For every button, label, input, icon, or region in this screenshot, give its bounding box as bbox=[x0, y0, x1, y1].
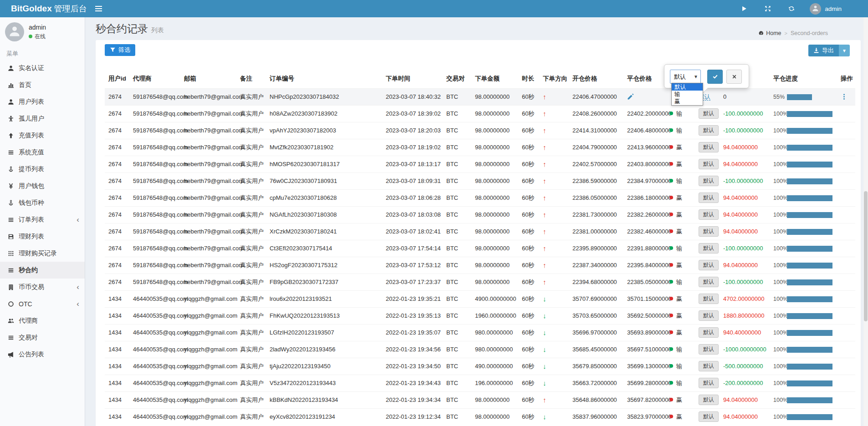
cell-control[interactable]: 默认 bbox=[695, 189, 720, 206]
cell-control[interactable]: 默认 bbox=[695, 122, 720, 139]
control-default-badge[interactable]: 默认 bbox=[699, 209, 719, 220]
sidebar-item-order-list[interactable]: 订单列表‹ bbox=[0, 211, 85, 228]
cell-control[interactable]: 默认 bbox=[695, 139, 720, 156]
cell-control[interactable]: 默认 bbox=[695, 156, 720, 172]
select-option-赢[interactable]: 赢 bbox=[672, 98, 703, 105]
row-actions-icon[interactable] bbox=[841, 93, 848, 101]
cell-actions bbox=[837, 290, 855, 307]
breadcrumb-home-link[interactable]: Home bbox=[758, 30, 781, 36]
sidebar-item-home[interactable]: 首页 bbox=[0, 76, 85, 93]
cell-close-price[interactable] bbox=[623, 88, 666, 105]
control-default-badge[interactable]: 默认 bbox=[699, 226, 719, 237]
cell-control[interactable]: 默认 bbox=[695, 172, 720, 189]
control-default-badge[interactable]: 默认 bbox=[699, 176, 719, 186]
cell-pair: BTC bbox=[443, 156, 471, 172]
brand-logo[interactable]: BitGoldex 管理后台 bbox=[0, 3, 87, 14]
control-default-badge[interactable]: 默认 bbox=[699, 294, 719, 304]
result-dot-icon bbox=[669, 415, 673, 418]
cell-direction: ↑ bbox=[539, 206, 569, 223]
result-dot-icon bbox=[669, 347, 673, 351]
control-default-badge[interactable]: 默认 bbox=[699, 344, 719, 355]
cell-order-no: Ct3EfI20230307175414 bbox=[266, 240, 382, 257]
sidebar-toggle-icon[interactable] bbox=[95, 0, 113, 17]
cell-duration: 60秒 bbox=[518, 274, 539, 290]
control-default-badge[interactable]: 默认 bbox=[699, 310, 719, 321]
control-default-badge[interactable]: 默认 bbox=[699, 243, 719, 254]
sidebar-item-user-list[interactable]: 用户列表 bbox=[0, 93, 85, 110]
cell-control[interactable]: 默认 bbox=[695, 206, 720, 223]
progress-percent: 100% bbox=[773, 313, 787, 319]
sidebar-item-trading-pairs[interactable]: 交易对 bbox=[0, 329, 85, 346]
control-default-badge[interactable]: 默认 bbox=[699, 277, 719, 287]
scrollbar-thumb[interactable] bbox=[864, 191, 868, 321]
table-row: 2674591876548@qq.comheberth79@gmail.com真… bbox=[105, 274, 855, 290]
refresh-icon[interactable] bbox=[780, 0, 803, 17]
control-default-badge[interactable]: 默认 bbox=[699, 159, 719, 169]
control-default-badge[interactable]: 默认 bbox=[699, 395, 719, 405]
progress-bar bbox=[787, 94, 832, 100]
sidebar-item-user-wallet[interactable]: 用户钱包 bbox=[0, 178, 85, 194]
sidebar-item-finance-purchases[interactable]: 理财购买记录 bbox=[0, 245, 85, 262]
sidebar-user-panel: admin 在线 bbox=[0, 17, 85, 46]
user-menu[interactable]: admin bbox=[810, 3, 842, 15]
control-default-badge[interactable]: 默认 bbox=[699, 193, 719, 203]
pnl-value: 94.04000000 bbox=[723, 413, 758, 420]
control-default-badge[interactable]: 默认 bbox=[699, 142, 719, 152]
control-default-badge[interactable]: 默认 bbox=[699, 260, 719, 270]
export-dropdown-button[interactable]: ▼ bbox=[839, 45, 850, 56]
direction-down-icon: ↓ bbox=[543, 345, 546, 353]
sidebar-item-second-contract[interactable]: 秒合约 bbox=[0, 262, 85, 279]
export-button[interactable]: 导出 bbox=[808, 45, 839, 56]
cell-control[interactable]: 默认 bbox=[695, 307, 720, 324]
sidebar-item-coin-trade[interactable]: 币币交易‹ bbox=[0, 279, 85, 295]
result-select[interactable]: 默认 ▼ bbox=[670, 70, 701, 84]
avatar bbox=[810, 3, 821, 15]
sidebar-item-announcements[interactable]: 公告列表 bbox=[0, 346, 85, 363]
cell-control[interactable]: 默认 bbox=[695, 105, 720, 122]
cell-control[interactable]: 默认 bbox=[695, 408, 720, 425]
play-icon[interactable] bbox=[732, 0, 756, 17]
sidebar-item-orphan-users[interactable]: 孤儿用户 bbox=[0, 110, 85, 127]
pnl-value: 94.04000000 bbox=[723, 194, 758, 201]
confirm-button[interactable] bbox=[707, 70, 723, 84]
cell-progress: 100% bbox=[770, 139, 837, 156]
edit-close-price-icon[interactable] bbox=[627, 93, 634, 101]
select-option-默认[interactable]: 默认 bbox=[672, 83, 703, 91]
cell-direction: ↑ bbox=[539, 223, 569, 240]
cell-control[interactable]: 默认 bbox=[695, 358, 720, 375]
sidebar-item-real-name-auth[interactable]: 实名认证 bbox=[0, 60, 85, 76]
cancel-button[interactable] bbox=[726, 70, 742, 84]
control-default-badge[interactable]: 默认 bbox=[699, 361, 719, 371]
control-default-badge[interactable]: 默认 bbox=[699, 411, 719, 422]
select-option-输[interactable]: 输 bbox=[672, 91, 703, 98]
sidebar-item-system-deposit[interactable]: 系统充值 bbox=[0, 144, 85, 161]
sidebar-item-deposit-list[interactable]: 充值列表 bbox=[0, 127, 85, 144]
sidebar-item-wallet-coins[interactable]: 钱包币种 bbox=[0, 194, 85, 211]
cell-control[interactable]: 默认 bbox=[695, 375, 720, 391]
cell-control[interactable]: 默认 bbox=[695, 324, 720, 341]
cell-control[interactable]: 默认 bbox=[695, 223, 720, 240]
cell-amount: 196.00000000 bbox=[471, 375, 518, 391]
control-default-badge[interactable]: 默认 bbox=[699, 327, 719, 338]
cell-pnl: 4702.00000000 bbox=[720, 290, 770, 307]
control-default-badge[interactable]: 默认 bbox=[699, 108, 719, 119]
cell-control[interactable]: 默认 bbox=[695, 341, 720, 358]
sidebar-item-agents[interactable]: 代理商 bbox=[0, 312, 85, 329]
cell-control[interactable]: 默认 bbox=[695, 391, 720, 408]
cell-control[interactable]: 默认 bbox=[695, 274, 720, 290]
progress-bar bbox=[787, 178, 832, 184]
cell-control[interactable]: 默认 bbox=[695, 240, 720, 257]
cell-pnl: -1000.00000000 bbox=[720, 341, 770, 358]
sidebar-item-withdraw-list[interactable]: 提币列表 bbox=[0, 161, 85, 178]
cell-control[interactable]: 默认 bbox=[695, 290, 720, 307]
sidebar-item-finance-list[interactable]: 理财列表 bbox=[0, 228, 85, 245]
cell-control[interactable]: 默认 bbox=[695, 257, 720, 274]
control-default-badge[interactable]: 默认 bbox=[699, 125, 719, 136]
cell-pair: BTC bbox=[443, 358, 471, 375]
filter-button[interactable]: 筛选 bbox=[105, 44, 135, 56]
sidebar-item-otc[interactable]: OTC‹ bbox=[0, 295, 85, 312]
cell-order-time: 2023-03-07 17:53:12 bbox=[382, 257, 443, 274]
control-default-badge[interactable]: 默认 bbox=[699, 378, 719, 388]
brand-suffix: 管理后台 bbox=[54, 4, 87, 13]
fullscreen-icon[interactable] bbox=[756, 0, 780, 17]
